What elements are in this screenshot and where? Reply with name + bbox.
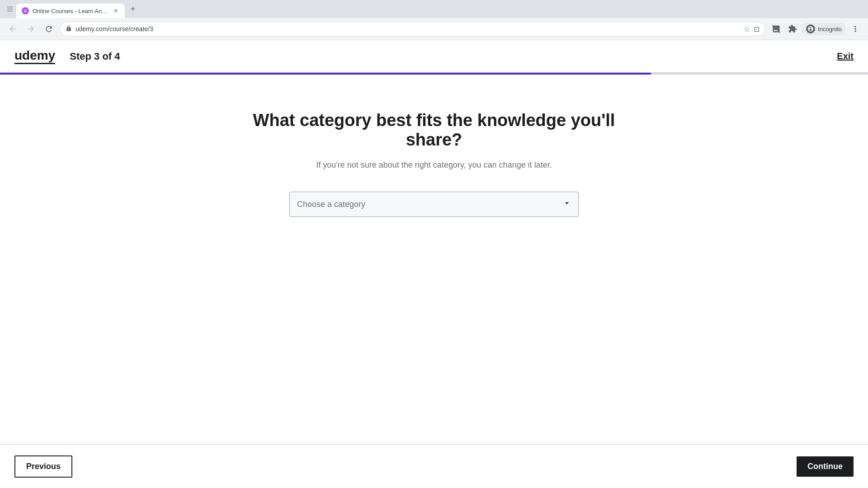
- back-button[interactable]: [5, 22, 20, 36]
- page-content: udemy Step 3 of 4 Exit What category bes…: [0, 40, 868, 488]
- logo-text: udemy: [14, 48, 55, 64]
- toolbar-right: Incognito: [769, 22, 863, 36]
- page-subtitle: If you're not sure about the right categ…: [316, 160, 552, 170]
- category-select-wrapper: Choose a category Development Business F…: [289, 192, 579, 217]
- lock-icon: [66, 25, 72, 33]
- site-header: udemy Step 3 of 4 Exit: [0, 40, 868, 73]
- browser-tabs: U Online Courses - Learn Anythin ✕ +: [0, 0, 868, 18]
- browser-menu-button[interactable]: [848, 22, 863, 36]
- page-footer: Previous Continue: [0, 444, 868, 488]
- reload-button[interactable]: [42, 22, 56, 36]
- bookmark-icon[interactable]: ☆: [744, 25, 750, 33]
- address-bar[interactable]: udemy.com/course/create/3 ☆ ⊡: [60, 22, 765, 36]
- forward-button[interactable]: [24, 22, 38, 36]
- browser-toolbar: udemy.com/course/create/3 ☆ ⊡ Incognito: [0, 18, 868, 40]
- browser-chrome: U Online Courses - Learn Anythin ✕ + ude…: [0, 0, 868, 40]
- split-view-icon[interactable]: ⊡: [754, 25, 760, 33]
- incognito-icon: [806, 24, 815, 33]
- udemy-logo[interactable]: udemy: [14, 48, 55, 64]
- step-indicator: Step 3 of 4: [70, 51, 120, 62]
- extensions-icon[interactable]: [785, 22, 800, 36]
- page-title: What category best fits the knowledge yo…: [231, 111, 637, 150]
- incognito-label: Incognito: [818, 26, 842, 33]
- category-select[interactable]: Choose a category Development Business F…: [289, 192, 579, 217]
- continue-button[interactable]: Continue: [797, 456, 854, 477]
- incognito-badge: Incognito: [802, 23, 846, 35]
- exit-button[interactable]: Exit: [837, 51, 854, 61]
- new-tab-button[interactable]: +: [127, 3, 139, 15]
- active-tab[interactable]: U Online Courses - Learn Anythin ✕: [16, 4, 125, 18]
- previous-button[interactable]: Previous: [14, 455, 72, 478]
- url-text: udemy.com/course/create/3: [75, 25, 740, 33]
- tab-title: Online Courses - Learn Anythin: [33, 8, 108, 14]
- no-image-icon[interactable]: [769, 22, 783, 36]
- main-content: What category best fits the knowledge yo…: [0, 75, 868, 488]
- tab-list-button[interactable]: [4, 3, 16, 15]
- tab-close-button[interactable]: ✕: [112, 7, 119, 14]
- tab-favicon: U: [22, 7, 29, 14]
